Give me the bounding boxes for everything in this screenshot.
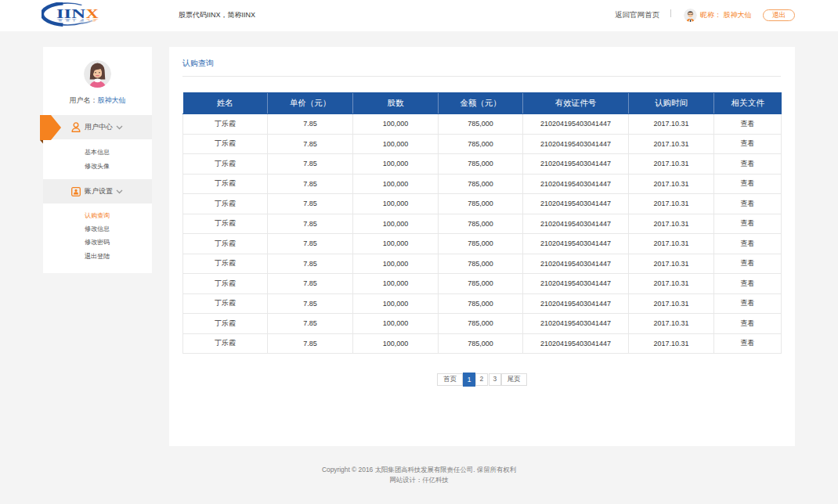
svg-text:IIN: IIN [56,6,86,21]
svg-text:X: X [86,6,99,21]
